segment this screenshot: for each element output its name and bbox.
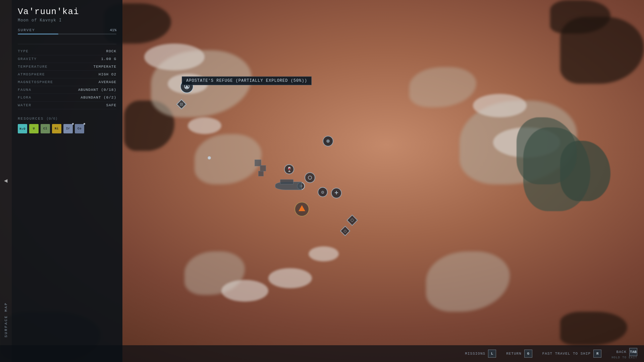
marker-diamond-bottom-2[interactable] [341,227,349,235]
stat-row: TYPEROCK [18,48,116,55]
stat-label: TYPE [18,49,29,53]
return-key[interactable]: G [524,350,532,358]
resource-box: U [29,124,39,133]
marker-gear[interactable]: ⚙ [318,187,328,197]
stat-value: SAFE [106,103,116,107]
stat-row: TEMPERATURETEMPERATE [18,63,116,71]
surface-map-label: SURFACE MAP [4,302,8,338]
stat-value: ABUNDANT (0/2) [81,96,116,100]
survey-percent: 41% [110,28,116,32]
stat-row: WATERSAFE [18,102,116,109]
resource-chip: U [29,124,39,133]
resources-list: H₂OUClNiIrCo [18,124,116,133]
location-tooltip: APOSTATE'S REFUGE (PARTIALLY EXPLORED (5… [182,76,312,85]
marker-structure-3 [258,171,264,176]
survey-section: SURVEY 41% [18,28,116,35]
stat-label: TEMPERATURE [18,65,48,69]
resources-count: (0/6) [46,117,57,121]
stat-value: TEMPERATE [94,65,116,69]
back-action: BACK TAB [616,348,637,356]
resource-box: Co [75,124,84,133]
marker-cross[interactable]: + [331,188,342,198]
divider [18,44,116,44]
resource-chip: Co [75,124,84,133]
return-action: RETURN G [506,350,532,358]
survey-bar-fill [18,34,58,35]
stat-label: FLORA [18,96,32,100]
stat-value: HIGH O2 [99,72,116,76]
side-tab[interactable]: ◄ SURFACE MAP [0,0,12,362]
back-label: BACK [616,350,627,354]
stat-row: ATMOSPHEREHIGH O2 [18,71,116,78]
resource-box: Ni [52,124,61,133]
resources-label: RESOURCES [18,117,44,121]
resource-box: Ir [63,124,73,133]
ship-on-map [275,179,309,192]
stat-value: ROCK [106,49,116,53]
survey-label: SURVEY [18,28,35,32]
collapse-arrow-icon[interactable]: ◄ [4,178,8,184]
resource-chip: Ir [63,124,73,133]
missions-action: MISSIONS L [465,350,496,358]
stat-value: AVERAGE [99,80,116,84]
left-panel: ◄ SURFACE MAP Va'ruun'kai Moon of Kavnyk… [0,0,122,362]
resources-header: RESOURCES (0/6) [18,117,116,121]
stat-row: MAGNETOSPHEREAVERAGE [18,78,116,86]
back-key[interactable]: TAB [629,348,637,356]
marker-diamond-bottom-1[interactable] [348,216,356,224]
player-marker [294,202,309,217]
info-panel: Va'ruun'kai Moon of Kavnyk I SURVEY 41% … [12,0,122,362]
missions-key[interactable]: L [488,350,496,358]
fast-travel-label: FAST TRAVEL TO SHIP [542,352,591,356]
stat-value: 1.00 G [101,57,116,61]
stats-table: TYPEROCKGRAVITY1.00 GTEMPERATURETEMPERAT… [18,48,116,109]
planet-name: Va'ruun'kai [18,7,116,17]
resource-chip: Ni [52,124,61,133]
marker-circle-1[interactable]: 🍷 [284,164,294,174]
resource-box: Cl [41,124,50,133]
back-section: BACK TAB HOLD TO EXIT [611,348,637,359]
marker-faction[interactable] [323,136,333,146]
stat-row: FAUNAABUNDANT (0/18) [18,86,116,94]
stat-label: ATMOSPHERE [18,72,45,76]
resource-chip: Cl [41,124,50,133]
survey-header: SURVEY 41% [18,28,116,32]
marker-small-dot[interactable] [208,156,211,160]
survey-bar [18,34,116,35]
resource-box: H₂O [18,124,27,133]
stat-row: FLORAABUNDANT (0/2) [18,94,116,102]
missions-label: MISSIONS [465,352,485,356]
resources-section: RESOURCES (0/6) H₂OUClNiIrCo [18,117,116,133]
return-label: RETURN [506,352,522,356]
stat-row: GRAVITY1.00 G [18,55,116,63]
marker-structure-2 [260,165,266,171]
stat-label: FAUNA [18,88,32,92]
stat-value: ABUNDANT (0/18) [78,88,116,92]
bottom-bar: MISSIONS L RETURN G FAST TRAVEL TO SHIP … [0,345,644,362]
hold-to-exit-label: HOLD TO EXIT [611,356,637,359]
resource-chip: H₂O [18,124,27,133]
stat-label: GRAVITY [18,57,37,61]
fast-travel-key[interactable]: R [593,350,601,358]
stat-label: WATER [18,103,32,107]
planet-subtitle: Moon of Kavnyk I [18,18,116,23]
fast-travel-action: FAST TRAVEL TO SHIP R [542,350,601,358]
marker-diamond-top[interactable] [178,101,185,108]
stat-label: MAGNETOSPHERE [18,80,53,84]
